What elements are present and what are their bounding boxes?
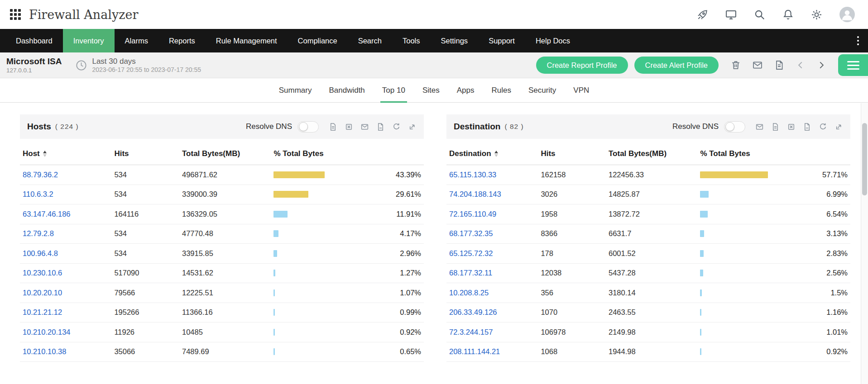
- report-tabs: SummaryBandwidthTop 10SitesAppsRulesSecu…: [0, 78, 868, 103]
- tab-apps[interactable]: Apps: [451, 78, 481, 102]
- vertical-scrollbar[interactable]: [861, 103, 868, 384]
- percent-value: 4.17%: [378, 229, 421, 238]
- table-row: 12.79.2.853447770.484.17%: [20, 224, 424, 244]
- refresh-icon[interactable]: [392, 123, 401, 131]
- ip-link[interactable]: 65.115.130.33: [449, 171, 496, 179]
- gear-icon[interactable]: [810, 9, 823, 21]
- table-row: 100.96.4.853433915.852.96%: [20, 244, 424, 264]
- table-row: 10.230.10.651709014531.621.27%: [20, 264, 424, 284]
- tab-bandwidth[interactable]: Bandwidth: [322, 78, 371, 102]
- table-header: Destination Hits Total Bytes(MB) % Total…: [446, 142, 850, 165]
- tab-security[interactable]: Security: [522, 78, 562, 102]
- mail-icon[interactable]: [360, 123, 369, 131]
- nav-item-help-docs[interactable]: Help Docs: [525, 29, 580, 52]
- total-bytes-value: 122456.33: [609, 171, 700, 179]
- tab-sites[interactable]: Sites: [416, 78, 446, 102]
- ip-link[interactable]: 10.210.10.38: [23, 347, 66, 356]
- percent-bar: [273, 329, 275, 336]
- ip-link[interactable]: 10.210.20.134: [23, 328, 71, 336]
- hits-value: 12038: [541, 269, 609, 277]
- column-header-total-bytes[interactable]: Total Bytes(MB): [609, 149, 700, 158]
- ip-link[interactable]: 10.208.8.25: [449, 289, 489, 297]
- tab-vpn[interactable]: VPN: [567, 78, 595, 102]
- side-menu-button[interactable]: [838, 54, 868, 76]
- ip-link[interactable]: 208.111.144.21: [449, 347, 500, 356]
- pdf-icon[interactable]: [774, 60, 785, 71]
- ip-link[interactable]: 10.230.10.6: [23, 269, 62, 277]
- chevron-right-icon[interactable]: [816, 60, 826, 70]
- nav-item-dashboard[interactable]: Dashboard: [5, 29, 63, 52]
- column-header-pct-total-bytes[interactable]: % Total Bytes: [273, 149, 378, 158]
- nav-item-inventory[interactable]: Inventory: [63, 29, 115, 52]
- total-bytes-value: 136329.05: [182, 210, 273, 218]
- ip-link[interactable]: 88.79.36.2: [23, 171, 58, 179]
- ip-link[interactable]: 72.165.110.49: [449, 210, 496, 218]
- column-header-host[interactable]: Host: [23, 149, 114, 158]
- rocket-icon[interactable]: [696, 9, 709, 21]
- ip-link[interactable]: 110.6.3.2: [23, 190, 53, 198]
- nav-items: DashboardInventoryAlarmsReportsRule Mana…: [5, 29, 580, 52]
- hits-value: 1068: [541, 347, 609, 356]
- overflow-menu-icon[interactable]: [848, 29, 868, 52]
- ip-link[interactable]: 100.96.4.8: [23, 249, 58, 257]
- table-row: 68.177.32.3583666631.73.13%: [446, 224, 850, 244]
- mail-icon[interactable]: [752, 60, 763, 71]
- ip-link[interactable]: 68.177.32.35: [449, 229, 493, 237]
- refresh-icon[interactable]: [819, 123, 827, 131]
- ip-link[interactable]: 12.79.2.8: [23, 229, 54, 237]
- column-header-destination[interactable]: Destination: [449, 149, 541, 158]
- column-header-hits[interactable]: Hits: [541, 149, 609, 158]
- pdf-icon[interactable]: [376, 123, 385, 131]
- nav-item-support[interactable]: Support: [478, 29, 525, 52]
- nav-item-settings[interactable]: Settings: [431, 29, 479, 52]
- avatar-icon[interactable]: [839, 6, 855, 23]
- doc-icon[interactable]: [771, 123, 780, 131]
- resolve-dns-toggle[interactable]: [297, 121, 319, 133]
- nav-item-tools[interactable]: Tools: [392, 29, 431, 52]
- ip-link[interactable]: 10.20.20.10: [23, 289, 62, 297]
- trash-icon[interactable]: [730, 60, 741, 71]
- nav-item-compliance[interactable]: Compliance: [288, 29, 348, 52]
- pdf-icon[interactable]: [803, 123, 811, 131]
- search-icon[interactable]: [753, 9, 766, 21]
- ip-link[interactable]: 63.147.46.186: [23, 210, 71, 218]
- nav-item-reports[interactable]: Reports: [158, 29, 206, 52]
- percent-value: 1.27%: [378, 269, 421, 277]
- table-row: 10.21.21.1219526611366.160.99%: [20, 303, 424, 323]
- column-header-total-bytes[interactable]: Total Bytes(MB): [182, 149, 273, 158]
- create-report-profile-button[interactable]: Create Report Profile: [536, 57, 628, 74]
- ip-link[interactable]: 10.21.21.12: [23, 308, 62, 316]
- tab-rules[interactable]: Rules: [485, 78, 517, 102]
- ip-link[interactable]: 72.3.244.157: [449, 328, 493, 336]
- ip-link[interactable]: 65.125.72.32: [449, 249, 493, 257]
- ip-link[interactable]: 68.177.32.11: [449, 269, 492, 277]
- bell-icon[interactable]: [782, 9, 794, 21]
- apps-grid-icon[interactable]: [10, 9, 21, 20]
- time-period-selector[interactable]: Last 30 days 2023-06-17 20:55 to 2023-07…: [92, 57, 201, 74]
- resolve-dns-toggle[interactable]: [724, 121, 745, 133]
- screencast-icon[interactable]: [725, 9, 737, 21]
- expand-icon[interactable]: [408, 123, 417, 131]
- column-header-pct-total-bytes[interactable]: % Total Bytes: [700, 149, 805, 158]
- total-bytes-value: 12225.51: [182, 289, 273, 297]
- create-alert-profile-button[interactable]: Create Alert Profile: [634, 57, 719, 74]
- nav-item-search[interactable]: Search: [348, 29, 392, 52]
- doc-icon[interactable]: [329, 123, 337, 131]
- excel-icon[interactable]: [787, 123, 796, 131]
- mail-icon[interactable]: [755, 123, 764, 131]
- nav-item-alarms[interactable]: Alarms: [115, 29, 158, 52]
- ip-link[interactable]: 74.204.188.143: [449, 190, 501, 198]
- period-label: Last 30 days: [92, 57, 201, 66]
- percent-bar: [700, 171, 768, 178]
- tab-summary[interactable]: Summary: [273, 78, 318, 102]
- tab-top-10[interactable]: Top 10: [376, 78, 412, 102]
- percent-bar: [700, 191, 708, 198]
- excel-icon[interactable]: [345, 123, 353, 131]
- chevron-left-icon[interactable]: [796, 60, 806, 70]
- scrollbar-thumb[interactable]: [862, 123, 867, 195]
- nav-item-rule-management[interactable]: Rule Management: [206, 29, 288, 52]
- table-body: 65.115.130.33162158122456.3357.71%74.204…: [446, 165, 850, 362]
- ip-link[interactable]: 206.33.49.126: [449, 308, 497, 316]
- expand-icon[interactable]: [834, 123, 843, 131]
- column-header-hits[interactable]: Hits: [114, 149, 182, 158]
